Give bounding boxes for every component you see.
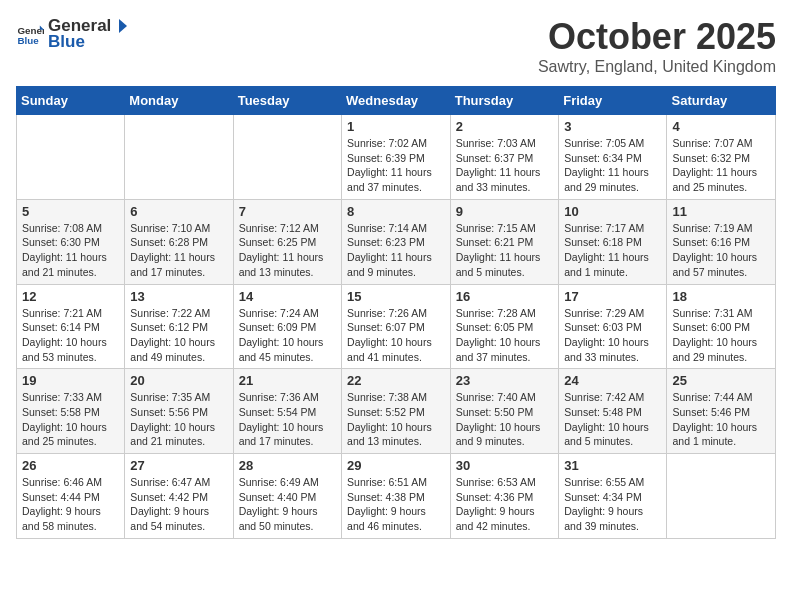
- calendar-cell: 10Sunrise: 7:17 AM Sunset: 6:18 PM Dayli…: [559, 199, 667, 284]
- calendar-cell: 13Sunrise: 7:22 AM Sunset: 6:12 PM Dayli…: [125, 284, 233, 369]
- calendar-cell: 15Sunrise: 7:26 AM Sunset: 6:07 PM Dayli…: [342, 284, 451, 369]
- calendar-week-5: 26Sunrise: 6:46 AM Sunset: 4:44 PM Dayli…: [17, 454, 776, 539]
- col-wednesday: Wednesday: [342, 87, 451, 115]
- day-info: Sunrise: 7:03 AM Sunset: 6:37 PM Dayligh…: [456, 136, 553, 195]
- calendar-cell: 16Sunrise: 7:28 AM Sunset: 6:05 PM Dayli…: [450, 284, 558, 369]
- logo-arrow-icon: [111, 17, 129, 35]
- day-number: 27: [130, 458, 227, 473]
- day-number: 3: [564, 119, 661, 134]
- day-info: Sunrise: 7:12 AM Sunset: 6:25 PM Dayligh…: [239, 221, 336, 280]
- calendar-cell: 23Sunrise: 7:40 AM Sunset: 5:50 PM Dayli…: [450, 369, 558, 454]
- calendar-table: Sunday Monday Tuesday Wednesday Thursday…: [16, 86, 776, 539]
- day-info: Sunrise: 7:42 AM Sunset: 5:48 PM Dayligh…: [564, 390, 661, 449]
- day-info: Sunrise: 6:47 AM Sunset: 4:42 PM Dayligh…: [130, 475, 227, 534]
- calendar-cell: 2Sunrise: 7:03 AM Sunset: 6:37 PM Daylig…: [450, 115, 558, 200]
- day-info: Sunrise: 7:24 AM Sunset: 6:09 PM Dayligh…: [239, 306, 336, 365]
- day-info: Sunrise: 7:19 AM Sunset: 6:16 PM Dayligh…: [672, 221, 770, 280]
- location-title: Sawtry, England, United Kingdom: [538, 58, 776, 76]
- day-number: 30: [456, 458, 553, 473]
- day-info: Sunrise: 7:33 AM Sunset: 5:58 PM Dayligh…: [22, 390, 119, 449]
- calendar-cell: 9Sunrise: 7:15 AM Sunset: 6:21 PM Daylig…: [450, 199, 558, 284]
- logo: General Blue General Blue: [16, 16, 129, 52]
- calendar-week-2: 5Sunrise: 7:08 AM Sunset: 6:30 PM Daylig…: [17, 199, 776, 284]
- calendar-week-3: 12Sunrise: 7:21 AM Sunset: 6:14 PM Dayli…: [17, 284, 776, 369]
- title-section: October 2025 Sawtry, England, United Kin…: [538, 16, 776, 76]
- day-number: 10: [564, 204, 661, 219]
- logo-icon: General Blue: [16, 20, 44, 48]
- day-info: Sunrise: 7:44 AM Sunset: 5:46 PM Dayligh…: [672, 390, 770, 449]
- month-title: October 2025: [538, 16, 776, 58]
- col-thursday: Thursday: [450, 87, 558, 115]
- day-number: 29: [347, 458, 445, 473]
- day-info: Sunrise: 7:10 AM Sunset: 6:28 PM Dayligh…: [130, 221, 227, 280]
- calendar-cell: 1Sunrise: 7:02 AM Sunset: 6:39 PM Daylig…: [342, 115, 451, 200]
- day-info: Sunrise: 7:31 AM Sunset: 6:00 PM Dayligh…: [672, 306, 770, 365]
- col-tuesday: Tuesday: [233, 87, 341, 115]
- calendar-cell: 14Sunrise: 7:24 AM Sunset: 6:09 PM Dayli…: [233, 284, 341, 369]
- day-number: 24: [564, 373, 661, 388]
- day-info: Sunrise: 7:15 AM Sunset: 6:21 PM Dayligh…: [456, 221, 553, 280]
- calendar-cell: 27Sunrise: 6:47 AM Sunset: 4:42 PM Dayli…: [125, 454, 233, 539]
- day-info: Sunrise: 6:51 AM Sunset: 4:38 PM Dayligh…: [347, 475, 445, 534]
- day-info: Sunrise: 7:40 AM Sunset: 5:50 PM Dayligh…: [456, 390, 553, 449]
- day-info: Sunrise: 7:08 AM Sunset: 6:30 PM Dayligh…: [22, 221, 119, 280]
- calendar-cell: 26Sunrise: 6:46 AM Sunset: 4:44 PM Dayli…: [17, 454, 125, 539]
- calendar-cell: [17, 115, 125, 200]
- calendar-cell: 18Sunrise: 7:31 AM Sunset: 6:00 PM Dayli…: [667, 284, 776, 369]
- calendar-cell: 8Sunrise: 7:14 AM Sunset: 6:23 PM Daylig…: [342, 199, 451, 284]
- day-info: Sunrise: 6:53 AM Sunset: 4:36 PM Dayligh…: [456, 475, 553, 534]
- col-monday: Monday: [125, 87, 233, 115]
- calendar-cell: 22Sunrise: 7:38 AM Sunset: 5:52 PM Dayli…: [342, 369, 451, 454]
- calendar-cell: 17Sunrise: 7:29 AM Sunset: 6:03 PM Dayli…: [559, 284, 667, 369]
- header-row: Sunday Monday Tuesday Wednesday Thursday…: [17, 87, 776, 115]
- calendar-week-1: 1Sunrise: 7:02 AM Sunset: 6:39 PM Daylig…: [17, 115, 776, 200]
- day-number: 31: [564, 458, 661, 473]
- day-number: 2: [456, 119, 553, 134]
- day-info: Sunrise: 7:07 AM Sunset: 6:32 PM Dayligh…: [672, 136, 770, 195]
- day-number: 22: [347, 373, 445, 388]
- calendar-cell: [667, 454, 776, 539]
- day-number: 20: [130, 373, 227, 388]
- col-friday: Friday: [559, 87, 667, 115]
- day-info: Sunrise: 7:17 AM Sunset: 6:18 PM Dayligh…: [564, 221, 661, 280]
- day-info: Sunrise: 7:14 AM Sunset: 6:23 PM Dayligh…: [347, 221, 445, 280]
- calendar-body: 1Sunrise: 7:02 AM Sunset: 6:39 PM Daylig…: [17, 115, 776, 539]
- calendar-cell: 6Sunrise: 7:10 AM Sunset: 6:28 PM Daylig…: [125, 199, 233, 284]
- calendar-cell: 31Sunrise: 6:55 AM Sunset: 4:34 PM Dayli…: [559, 454, 667, 539]
- day-info: Sunrise: 7:26 AM Sunset: 6:07 PM Dayligh…: [347, 306, 445, 365]
- logo-text: General Blue: [48, 16, 129, 52]
- day-number: 14: [239, 289, 336, 304]
- day-number: 5: [22, 204, 119, 219]
- day-number: 21: [239, 373, 336, 388]
- col-saturday: Saturday: [667, 87, 776, 115]
- day-number: 18: [672, 289, 770, 304]
- calendar-cell: 21Sunrise: 7:36 AM Sunset: 5:54 PM Dayli…: [233, 369, 341, 454]
- day-number: 26: [22, 458, 119, 473]
- day-number: 16: [456, 289, 553, 304]
- calendar-cell: 24Sunrise: 7:42 AM Sunset: 5:48 PM Dayli…: [559, 369, 667, 454]
- calendar-cell: 12Sunrise: 7:21 AM Sunset: 6:14 PM Dayli…: [17, 284, 125, 369]
- day-info: Sunrise: 7:28 AM Sunset: 6:05 PM Dayligh…: [456, 306, 553, 365]
- day-info: Sunrise: 7:29 AM Sunset: 6:03 PM Dayligh…: [564, 306, 661, 365]
- day-number: 23: [456, 373, 553, 388]
- page-container: General Blue General Blue October 2025 S…: [0, 0, 792, 549]
- calendar-cell: 29Sunrise: 6:51 AM Sunset: 4:38 PM Dayli…: [342, 454, 451, 539]
- day-number: 4: [672, 119, 770, 134]
- calendar-cell: 25Sunrise: 7:44 AM Sunset: 5:46 PM Dayli…: [667, 369, 776, 454]
- calendar-cell: 30Sunrise: 6:53 AM Sunset: 4:36 PM Dayli…: [450, 454, 558, 539]
- calendar-week-4: 19Sunrise: 7:33 AM Sunset: 5:58 PM Dayli…: [17, 369, 776, 454]
- col-sunday: Sunday: [17, 87, 125, 115]
- svg-marker-3: [119, 19, 127, 33]
- calendar-cell: 28Sunrise: 6:49 AM Sunset: 4:40 PM Dayli…: [233, 454, 341, 539]
- day-info: Sunrise: 7:02 AM Sunset: 6:39 PM Dayligh…: [347, 136, 445, 195]
- day-number: 13: [130, 289, 227, 304]
- day-info: Sunrise: 7:38 AM Sunset: 5:52 PM Dayligh…: [347, 390, 445, 449]
- day-info: Sunrise: 6:49 AM Sunset: 4:40 PM Dayligh…: [239, 475, 336, 534]
- calendar-cell: 3Sunrise: 7:05 AM Sunset: 6:34 PM Daylig…: [559, 115, 667, 200]
- day-number: 25: [672, 373, 770, 388]
- day-info: Sunrise: 7:22 AM Sunset: 6:12 PM Dayligh…: [130, 306, 227, 365]
- calendar-cell: 5Sunrise: 7:08 AM Sunset: 6:30 PM Daylig…: [17, 199, 125, 284]
- day-number: 6: [130, 204, 227, 219]
- day-number: 12: [22, 289, 119, 304]
- calendar-cell: [233, 115, 341, 200]
